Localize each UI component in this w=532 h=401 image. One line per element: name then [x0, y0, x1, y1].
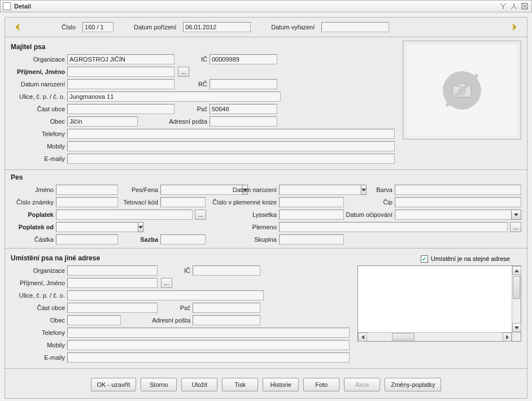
owner-telefony-field[interactable] — [67, 129, 395, 139]
dog-tetovaci-field[interactable] — [160, 197, 206, 207]
loc-emaily-field[interactable] — [67, 352, 350, 363]
dog-jmeno-label: Jméno — [11, 186, 56, 193]
prev-record-button[interactable] — [12, 21, 24, 33]
loc-list-box[interactable] — [357, 265, 521, 342]
loc-adr-posta-field[interactable] — [193, 315, 260, 325]
checkbox-icon — [421, 255, 428, 263]
loc-prijmeni-lookup-button[interactable]: ... — [161, 278, 172, 288]
dog-poplatek-od-combo[interactable] — [56, 222, 121, 232]
dog-section-title: Pes — [11, 173, 521, 181]
maximize-button[interactable] — [509, 2, 518, 11]
loc-obec-label: Obec — [11, 317, 67, 324]
dog-poplatek-od-label: Poplatek od — [11, 224, 56, 230]
dog-jmeno-field[interactable] — [56, 185, 118, 195]
scroll-right-button[interactable] — [503, 333, 512, 342]
loc-telefony-field[interactable] — [67, 328, 350, 338]
owner-ic-field[interactable] — [210, 54, 277, 64]
dog-plemeno-field[interactable] — [279, 222, 508, 232]
dog-tetovaci-label: Tetovací kód — [118, 199, 160, 206]
owner-prijmeni-lookup-button[interactable]: ... — [178, 67, 189, 77]
minimize-button[interactable] — [499, 2, 508, 11]
zmeny-poplatky-button[interactable]: Změny-poplatky — [385, 378, 441, 391]
dog-barva-field[interactable] — [395, 185, 521, 195]
dog-castka-label: Částka — [11, 236, 56, 243]
owner-psc-field[interactable] — [210, 104, 277, 114]
main-panel: Číslo Datum pořízení Datum vyřazení Maji… — [5, 17, 527, 399]
dog-cip-field[interactable] — [395, 197, 521, 207]
owner-ulice-label: Ulice, č. p. / č. o. — [11, 93, 67, 100]
cislo-field[interactable] — [82, 22, 114, 32]
owner-mobily-field[interactable] — [67, 141, 395, 151]
button-bar: OK - uzavřít Storno Uložit Tisk Historie… — [11, 372, 521, 393]
owner-obec-field[interactable] — [67, 116, 138, 127]
loc-organizace-field[interactable] — [67, 265, 158, 276]
loc-ulice-label: Ulice, č. p. / č. o. — [11, 292, 67, 299]
scroll-thumb-h[interactable] — [392, 333, 415, 341]
datum-porizeni-field[interactable] — [183, 22, 251, 32]
dog-plemeno-lookup-button[interactable]: ... — [510, 222, 521, 232]
loc-ic-label: IČ — [158, 267, 193, 274]
chevron-down-icon[interactable] — [138, 222, 143, 232]
scroll-thumb-v[interactable] — [513, 276, 520, 299]
owner-organizace-field[interactable] — [67, 54, 175, 64]
svg-rect-1 — [453, 86, 471, 97]
titlebar: Detail — [0, 0, 532, 12]
tisk-button[interactable]: Tisk — [222, 378, 258, 391]
owner-cast-obce-field[interactable] — [67, 104, 175, 114]
dog-barva-label: Barva — [344, 186, 395, 193]
scrollbar-horizontal[interactable] — [358, 332, 512, 341]
no-photo-icon — [443, 71, 481, 110]
owner-rc-label: RČ — [175, 81, 210, 88]
dog-skupina-field[interactable] — [279, 234, 344, 245]
dog-poplatek-field[interactable] — [56, 210, 193, 220]
loc-psc-field[interactable] — [193, 303, 260, 313]
owner-emaily-label: E-maily — [11, 155, 67, 162]
close-button[interactable] — [520, 2, 529, 11]
dog-lyssetka-field[interactable] — [279, 210, 344, 220]
foto-button[interactable]: Foto — [303, 378, 339, 391]
owner-cast-obce-label: Část obce — [11, 106, 67, 112]
next-record-button[interactable] — [508, 21, 520, 33]
loc-section-title: Umístění psa na jiné adrese — [11, 254, 421, 262]
owner-datum-nar-field[interactable] — [67, 79, 175, 89]
ulozit-button[interactable]: Uložit — [181, 378, 217, 391]
owner-ulice-field[interactable] — [67, 91, 281, 102]
dog-plem-kniha-field[interactable] — [279, 197, 344, 207]
dog-sazba-field[interactable] — [160, 234, 206, 245]
storno-button[interactable]: Storno — [141, 378, 177, 391]
ok-button[interactable]: OK - uzavřít — [91, 378, 137, 391]
loc-emaily-label: E-maily — [11, 354, 67, 361]
scroll-down-button[interactable] — [512, 323, 521, 332]
loc-mobily-field[interactable] — [67, 340, 350, 350]
dog-pesfena-combo[interactable] — [160, 185, 206, 195]
loc-obec-field[interactable] — [67, 315, 121, 325]
datum-vyrazeni-field[interactable] — [321, 22, 389, 32]
dog-datum-ocip-label: Datum očipování — [344, 211, 395, 218]
owner-prijmeni-field[interactable] — [67, 67, 175, 77]
dog-cislo-znamky-field[interactable] — [56, 197, 118, 207]
datum-vyrazeni-label: Datum vyřazení — [271, 24, 317, 30]
dog-poplatek-lookup-button[interactable]: ... — [195, 210, 206, 220]
owner-psc-label: Psč — [175, 106, 210, 112]
owner-emaily-field[interactable] — [67, 154, 395, 164]
dog-lyssetka-label: Lyssetka — [206, 211, 279, 218]
dog-datum-ocip-combo[interactable] — [395, 210, 521, 220]
loc-cast-obce-label: Část obce — [11, 304, 67, 311]
loc-prijmeni-field[interactable] — [67, 278, 158, 288]
scroll-left-button[interactable] — [358, 333, 367, 342]
loc-ulice-field[interactable] — [67, 290, 264, 300]
owner-ic-label: IČ — [175, 56, 210, 63]
scroll-up-button[interactable] — [512, 266, 521, 275]
loc-ic-field[interactable] — [193, 265, 260, 276]
dog-castka-field[interactable] — [56, 234, 118, 245]
owner-rc-field[interactable] — [210, 79, 277, 89]
dog-plemeno-label: Plemeno — [206, 224, 279, 230]
historie-button[interactable]: Historie — [263, 378, 299, 391]
loc-prijmeni-label: Příjmení, Jméno — [11, 280, 67, 286]
scrollbar-vertical[interactable] — [512, 266, 521, 332]
owner-adr-posta-field[interactable] — [210, 116, 277, 127]
loc-cast-obce-field[interactable] — [67, 303, 158, 313]
loc-same-addr-checkbox[interactable]: Umístění je na stejné adrese — [421, 255, 510, 263]
chevron-down-icon[interactable] — [511, 210, 521, 220]
dog-datum-nar-combo[interactable] — [279, 185, 344, 195]
